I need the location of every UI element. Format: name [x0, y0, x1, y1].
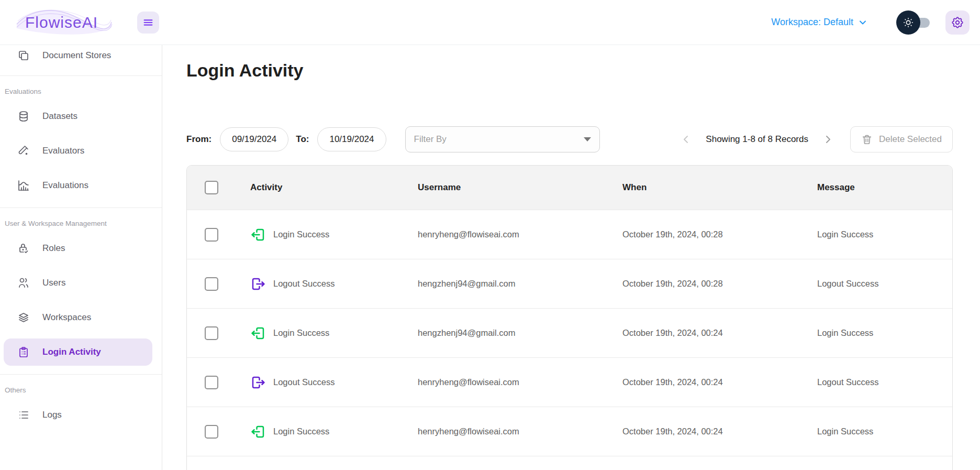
username-cell: henryheng@flowiseai.com: [418, 377, 622, 387]
sidebar-item-evaluations[interactable]: Evaluations: [4, 172, 152, 199]
filter-by-placeholder: Filter By: [414, 134, 584, 145]
message-cell: Logout Success: [817, 377, 952, 387]
activity-label: Logout Success: [273, 279, 335, 289]
activity-label: Logout Success: [273, 377, 335, 387]
message-cell: Logout Success: [817, 279, 952, 289]
username-cell: hengzhenj94@gmail.com: [418, 328, 622, 338]
sidebar-item-evaluators[interactable]: Evaluators: [4, 137, 152, 165]
app-header: FlowiseAI Workspace: Default: [0, 0, 980, 45]
lock-check-icon: [17, 242, 30, 255]
sidebar-item-workspaces[interactable]: Workspaces: [4, 304, 152, 331]
chevron-down-icon: [858, 17, 868, 28]
when-cell: October 19th, 2024, 00:24: [622, 427, 817, 436]
table-row: Login Success henryheng@flowiseai.com Oc…: [187, 210, 952, 259]
table-row-partial: [187, 456, 952, 470]
sidebar-section-others: Others: [5, 386, 162, 394]
clipboard-icon: [17, 346, 30, 358]
theme-toggle[interactable]: [896, 10, 930, 35]
sidebar-item-label: Workspaces: [42, 312, 91, 323]
sidebar: Document Stores Evaluations Datasets Eva…: [0, 45, 162, 470]
logo-text: FlowiseAI: [25, 14, 98, 31]
page-title: Login Activity: [186, 59, 953, 82]
column-header-username: Username: [418, 182, 622, 193]
pagination-text: Showing 1-8 of 8 Records: [706, 134, 808, 145]
sidebar-item-logs[interactable]: Logs: [4, 401, 152, 429]
sidebar-item-users[interactable]: Users: [4, 269, 152, 297]
logout-icon: [250, 375, 266, 390]
sidebar-item-label: Evaluators: [42, 146, 84, 156]
sidebar-item-label: Evaluations: [42, 180, 88, 191]
activity-label: Login Success: [273, 328, 329, 338]
sidebar-divider: [0, 207, 162, 208]
row-checkbox[interactable]: [205, 277, 218, 291]
activity-label: Login Success: [273, 229, 329, 239]
activity-label: Login Success: [273, 427, 329, 436]
row-checkbox[interactable]: [205, 228, 218, 242]
sidebar-item-document-stores[interactable]: Document Stores: [4, 45, 152, 67]
column-header-when: When: [622, 182, 817, 193]
sidebar-item-label: Users: [42, 278, 65, 288]
table-row: Login Success hengzhenj94@gmail.com Octo…: [187, 308, 952, 357]
sidebar-divider: [0, 374, 162, 375]
table-row: Login Success henryheng@flowiseai.com Oc…: [187, 407, 952, 456]
column-header-activity: Activity: [250, 182, 418, 193]
sidebar-item-label: Datasets: [42, 111, 77, 122]
to-date-input[interactable]: 10/19/2024: [317, 127, 386, 151]
toggle-thumb: [896, 10, 920, 35]
when-cell: October 19th, 2024, 00:24: [622, 328, 817, 338]
when-cell: October 19th, 2024, 00:24: [622, 377, 817, 387]
settings-button[interactable]: [945, 10, 970, 35]
sidebar-item-login-activity[interactable]: Login Activity: [4, 338, 152, 366]
table-header-row: Activity Username When Message: [187, 166, 952, 210]
workspace-selector[interactable]: Workspace: Default: [771, 17, 868, 28]
flowise-logo[interactable]: FlowiseAI: [16, 6, 113, 39]
message-cell: Login Success: [817, 229, 952, 239]
username-cell: henryheng@flowiseai.com: [418, 427, 622, 436]
next-page-button[interactable]: [822, 133, 834, 146]
test-tube-icon: [17, 145, 30, 157]
sidebar-item-roles[interactable]: Roles: [4, 235, 152, 262]
table-row: Logout Success hengzhenj94@gmail.com Oct…: [187, 259, 952, 308]
sun-icon: [903, 17, 914, 28]
sidebar-toggle-button[interactable]: [137, 12, 159, 34]
previous-page-button[interactable]: [680, 133, 692, 146]
sidebar-section-evaluations: Evaluations: [5, 88, 162, 95]
row-checkbox[interactable]: [205, 376, 218, 389]
from-label: From:: [186, 134, 211, 145]
filter-by-select[interactable]: Filter By: [405, 126, 600, 152]
username-cell: henryheng@flowiseai.com: [418, 229, 622, 239]
login-icon: [250, 424, 266, 440]
to-label: To:: [296, 134, 309, 145]
delete-selected-label: Delete Selected: [879, 134, 942, 145]
workspace-label: Workspace: Default: [771, 17, 853, 28]
when-cell: October 19th, 2024, 00:28: [622, 279, 817, 289]
users-icon: [17, 277, 30, 289]
login-activity-table: Activity Username When Message Login Suc…: [186, 165, 953, 470]
chevron-left-icon: [680, 133, 692, 146]
pagination: Showing 1-8 of 8 Records: [680, 133, 834, 146]
select-all-checkbox[interactable]: [205, 181, 218, 194]
table-row: Logout Success henryheng@flowiseai.com O…: [187, 357, 952, 407]
login-icon: [250, 227, 266, 243]
sidebar-item-datasets[interactable]: Datasets: [4, 103, 152, 130]
username-cell: hengzhenj94@gmail.com: [418, 279, 622, 289]
column-header-message: Message: [817, 182, 952, 193]
sidebar-item-label: Logs: [42, 410, 62, 420]
delete-selected-button[interactable]: Delete Selected: [850, 126, 953, 152]
documents-icon: [17, 49, 30, 62]
hamburger-icon: [142, 17, 154, 28]
logout-icon: [250, 276, 266, 292]
message-cell: Login Success: [817, 328, 952, 338]
layers-icon: [17, 311, 30, 324]
from-date-input[interactable]: 09/19/2024: [220, 127, 288, 151]
list-icon: [17, 409, 30, 421]
row-checkbox[interactable]: [205, 425, 218, 439]
when-cell: October 19th, 2024, 00:28: [622, 229, 817, 239]
sidebar-item-label: Login Activity: [42, 347, 101, 357]
sidebar-item-label: Roles: [42, 243, 65, 254]
dropdown-caret-icon: [584, 137, 591, 141]
row-checkbox[interactable]: [205, 326, 218, 340]
trash-icon: [861, 134, 873, 145]
chevron-right-icon: [822, 133, 834, 146]
login-icon: [250, 325, 266, 341]
